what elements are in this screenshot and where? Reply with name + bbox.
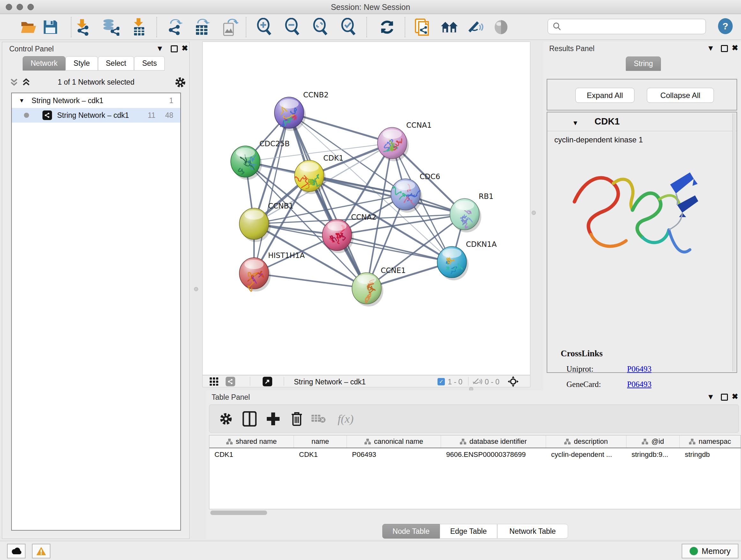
toolbar-separator bbox=[71, 17, 71, 37]
open-in-browser-icon[interactable] bbox=[263, 377, 272, 386]
main-toolbar: ? bbox=[0, 14, 741, 40]
search-icon bbox=[552, 22, 562, 31]
import-network-database-icon[interactable] bbox=[102, 18, 119, 36]
results-scrollbar[interactable] bbox=[732, 113, 736, 371]
export-network-icon[interactable] bbox=[166, 18, 184, 36]
collapse-all-button[interactable]: Collapse All bbox=[647, 88, 714, 103]
function-builder-icon[interactable]: f(x) bbox=[331, 410, 360, 428]
network-options-gear-icon[interactable] bbox=[175, 77, 186, 88]
create-column-icon[interactable] bbox=[264, 410, 282, 428]
help-button[interactable]: ? bbox=[718, 18, 733, 34]
results-panel-collapse-icon[interactable]: ▼ bbox=[707, 44, 715, 53]
column-header-databaseidentifier[interactable]: database identifier bbox=[441, 435, 546, 448]
network-graph[interactable]: CCNB2CCNA1CDC25BCDK1CDC6RB1CCNB1CCNA2CDK… bbox=[203, 42, 530, 375]
network-node-ccna1[interactable]: CCNA1 bbox=[378, 121, 432, 161]
table-cell[interactable]: stringdb bbox=[680, 448, 741, 462]
table-cell[interactable]: CDK1 bbox=[209, 448, 294, 462]
export-image-icon[interactable] bbox=[221, 18, 239, 36]
tab-select[interactable]: Select bbox=[98, 56, 134, 71]
tab-edge-table[interactable]: Edge Table bbox=[440, 524, 497, 539]
string-homology-icon[interactable] bbox=[441, 18, 458, 36]
zoom-fit-icon[interactable] bbox=[312, 18, 329, 36]
network-row[interactable]: String Network – cdk1 11 48 bbox=[12, 108, 180, 123]
column-header-namespac[interactable]: namespac bbox=[680, 435, 741, 448]
crosslink-label: Uniprot: bbox=[566, 365, 594, 374]
hidden-eye-icon[interactable] bbox=[472, 378, 482, 385]
network-edge[interactable] bbox=[337, 235, 452, 262]
tab-network-table[interactable]: Network Table bbox=[497, 524, 568, 539]
delete-table-icon[interactable] bbox=[310, 410, 327, 428]
node-label: CCNE1 bbox=[381, 266, 406, 274]
import-network-file-icon[interactable] bbox=[73, 18, 91, 36]
control-panel-float-icon[interactable] bbox=[171, 45, 178, 52]
results-panel-float-icon[interactable] bbox=[721, 45, 728, 52]
string-hide-glass-icon[interactable] bbox=[467, 18, 484, 36]
crosslink-genecard-link[interactable]: P06493 bbox=[627, 380, 651, 389]
table-cell[interactable]: 9606.ENSP00000378699 bbox=[441, 448, 546, 462]
table-row[interactable]: CDK1CDK1P064939606.ENSP00000378699cyclin… bbox=[209, 448, 741, 462]
refresh-layout-icon[interactable] bbox=[378, 18, 396, 36]
show-columns-icon[interactable] bbox=[241, 410, 259, 428]
save-session-icon[interactable] bbox=[42, 18, 59, 36]
network-edge[interactable] bbox=[289, 113, 367, 288]
network-node-ccnb2[interactable]: CCNB2 bbox=[274, 91, 329, 131]
open-session-icon[interactable] bbox=[20, 18, 38, 36]
zoom-selected-icon[interactable] bbox=[340, 18, 357, 36]
results-panel-close-icon[interactable]: ✖ bbox=[732, 44, 738, 52]
table-cell[interactable]: cyclin-dependent ... bbox=[546, 448, 626, 462]
search-box[interactable] bbox=[548, 19, 706, 34]
right-splitter-handle[interactable] bbox=[532, 211, 536, 215]
column-header-canonicalname[interactable]: canonical name bbox=[347, 435, 441, 448]
collection-expand-icon[interactable]: ▼ bbox=[19, 98, 24, 104]
current-network-name: String Network – cdk1 bbox=[294, 378, 366, 386]
column-header-description[interactable]: description bbox=[546, 435, 626, 448]
network-node-cdk1[interactable]: CDK1 bbox=[294, 154, 344, 194]
table-hscrollbar-thumb[interactable] bbox=[210, 510, 267, 515]
network-node-cdkn1a[interactable]: CDKN1A bbox=[437, 240, 497, 280]
table-options-gear-icon[interactable] bbox=[217, 410, 235, 428]
string-protein-query-icon[interactable] bbox=[414, 18, 431, 36]
tab-style[interactable]: Style bbox=[65, 56, 98, 71]
table-cell[interactable]: stringdb:9... bbox=[626, 448, 680, 462]
table-cell[interactable]: P06493 bbox=[347, 448, 441, 462]
string-eye-icon[interactable] bbox=[492, 18, 510, 36]
pan-crosshair-icon[interactable] bbox=[508, 376, 519, 387]
protein-collapse-icon[interactable]: ▼ bbox=[572, 119, 579, 127]
network-canvas[interactable]: CCNB2CCNA1CDC25BCDK1CDC6RB1CCNB1CCNA2CDK… bbox=[202, 42, 530, 375]
delete-column-icon[interactable] bbox=[288, 410, 306, 428]
table-cell[interactable]: CDK1 bbox=[294, 448, 347, 462]
zoom-out-icon[interactable] bbox=[283, 18, 301, 36]
hidden-node-edge-counts: 0 - 0 bbox=[485, 378, 499, 386]
warnings-button[interactable] bbox=[32, 544, 51, 558]
network-collection-row[interactable]: ▼ String Network – cdk1 1 bbox=[12, 93, 180, 108]
tab-string[interactable]: String bbox=[626, 57, 661, 71]
string-badge-icon[interactable] bbox=[226, 377, 235, 386]
search-input[interactable] bbox=[564, 22, 705, 30]
network-node-hist1h1a[interactable]: HIST1H1A bbox=[239, 251, 305, 292]
zoom-in-icon[interactable] bbox=[255, 18, 273, 36]
selected-checkbox-icon[interactable]: ✓ bbox=[437, 378, 445, 385]
crosslink-uniprot-link[interactable]: P06493 bbox=[627, 365, 651, 374]
table-panel-float-icon[interactable] bbox=[721, 394, 728, 401]
column-header-id[interactable]: @id bbox=[626, 435, 680, 448]
import-table-icon[interactable] bbox=[130, 18, 148, 36]
cloud-button[interactable] bbox=[7, 544, 25, 558]
table-panel-collapse-icon[interactable]: ▼ bbox=[707, 392, 715, 401]
memory-button[interactable]: Memory bbox=[682, 544, 738, 558]
network-edge[interactable] bbox=[254, 273, 367, 288]
column-header-sharedname[interactable]: shared name bbox=[209, 435, 294, 448]
table-panel-title: Table Panel bbox=[212, 393, 250, 401]
column-header-label: namespac bbox=[698, 437, 731, 446]
expand-all-button[interactable]: Expand All bbox=[576, 88, 634, 103]
tab-sets[interactable]: Sets bbox=[134, 56, 165, 71]
control-panel-collapse-icon[interactable]: ▼ bbox=[156, 44, 164, 53]
table-panel-close-icon[interactable]: ✖ bbox=[732, 392, 738, 401]
column-header-name[interactable]: name bbox=[294, 435, 347, 448]
export-table-icon[interactable] bbox=[193, 18, 211, 36]
tab-network[interactable]: Network bbox=[23, 56, 65, 71]
tab-node-table[interactable]: Node Table bbox=[382, 524, 440, 539]
control-panel-close-icon[interactable]: ✖ bbox=[182, 44, 188, 53]
network-node-rb1[interactable]: RB1 bbox=[450, 192, 493, 233]
birdseye-grid-icon[interactable] bbox=[210, 377, 219, 386]
left-splitter-handle[interactable] bbox=[194, 287, 198, 291]
